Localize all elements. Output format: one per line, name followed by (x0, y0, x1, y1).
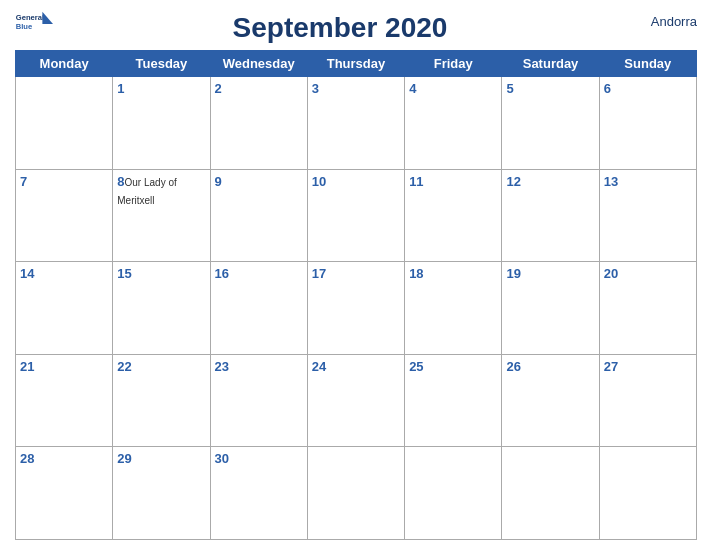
day-number-24: 24 (312, 359, 326, 374)
calendar-cell-w4d3: 23 (210, 354, 307, 447)
country-label: Andorra (627, 10, 697, 29)
calendar-cell-w3d5: 18 (405, 262, 502, 355)
week-row-5: 282930 (16, 447, 697, 540)
calendar-title: September 2020 (53, 12, 627, 44)
days-header-row: Monday Tuesday Wednesday Thursday Friday… (16, 51, 697, 77)
calendar-cell-w3d2: 15 (113, 262, 210, 355)
calendar-cell-w4d1: 21 (16, 354, 113, 447)
calendar-cell-w1d7: 6 (599, 77, 696, 170)
calendar-body: 12345678Our Lady of Meritxell91011121314… (16, 77, 697, 540)
calendar-cell-w3d4: 17 (307, 262, 404, 355)
day-number-21: 21 (20, 359, 34, 374)
calendar-cell-w3d7: 20 (599, 262, 696, 355)
calendar-cell-w4d5: 25 (405, 354, 502, 447)
calendar-cell-w2d7: 13 (599, 169, 696, 262)
event-text-8: Our Lady of Meritxell (117, 177, 177, 206)
calendar-cell-w5d6 (502, 447, 599, 540)
day-number-8: 8 (117, 174, 124, 189)
calendar-cell-w2d2: 8Our Lady of Meritxell (113, 169, 210, 262)
day-number-1: 1 (117, 81, 124, 96)
calendar-cell-w5d3: 30 (210, 447, 307, 540)
logo: General Blue (15, 10, 53, 38)
calendar-cell-w5d2: 29 (113, 447, 210, 540)
calendar-cell-w5d7 (599, 447, 696, 540)
day-number-20: 20 (604, 266, 618, 281)
day-header-friday: Friday (405, 51, 502, 77)
calendar-cell-w5d4 (307, 447, 404, 540)
day-number-10: 10 (312, 174, 326, 189)
week-row-2: 78Our Lady of Meritxell910111213 (16, 169, 697, 262)
day-number-4: 4 (409, 81, 416, 96)
day-number-13: 13 (604, 174, 618, 189)
calendar-cell-w2d1: 7 (16, 169, 113, 262)
calendar-cell-w5d1: 28 (16, 447, 113, 540)
day-number-5: 5 (506, 81, 513, 96)
day-number-26: 26 (506, 359, 520, 374)
day-number-17: 17 (312, 266, 326, 281)
day-number-19: 19 (506, 266, 520, 281)
day-number-11: 11 (409, 174, 423, 189)
week-row-4: 21222324252627 (16, 354, 697, 447)
day-number-30: 30 (215, 451, 229, 466)
calendar-table: Monday Tuesday Wednesday Thursday Friday… (15, 50, 697, 540)
day-header-monday: Monday (16, 51, 113, 77)
day-number-16: 16 (215, 266, 229, 281)
day-number-14: 14 (20, 266, 34, 281)
calendar-cell-w4d7: 27 (599, 354, 696, 447)
day-number-22: 22 (117, 359, 131, 374)
calendar-cell-w3d3: 16 (210, 262, 307, 355)
day-number-12: 12 (506, 174, 520, 189)
calendar-cell-w2d3: 9 (210, 169, 307, 262)
day-number-28: 28 (20, 451, 34, 466)
calendar-cell-w4d2: 22 (113, 354, 210, 447)
day-number-6: 6 (604, 81, 611, 96)
day-number-27: 27 (604, 359, 618, 374)
general-blue-logo-icon: General Blue (15, 10, 53, 38)
calendar-cell-w4d4: 24 (307, 354, 404, 447)
calendar-cell-w1d5: 4 (405, 77, 502, 170)
week-row-1: 123456 (16, 77, 697, 170)
calendar-cell-w2d4: 10 (307, 169, 404, 262)
calendar-cell-w1d1 (16, 77, 113, 170)
day-number-2: 2 (215, 81, 222, 96)
calendar-cell-w3d6: 19 (502, 262, 599, 355)
calendar-cell-w1d3: 2 (210, 77, 307, 170)
calendar-cell-w1d2: 1 (113, 77, 210, 170)
day-number-25: 25 (409, 359, 423, 374)
day-number-3: 3 (312, 81, 319, 96)
day-header-wednesday: Wednesday (210, 51, 307, 77)
day-number-9: 9 (215, 174, 222, 189)
day-number-29: 29 (117, 451, 131, 466)
calendar-cell-w1d6: 5 (502, 77, 599, 170)
day-header-sunday: Sunday (599, 51, 696, 77)
calendar-cell-w5d5 (405, 447, 502, 540)
header: General Blue September 2020 Andorra (15, 10, 697, 44)
calendar-cell-w2d6: 12 (502, 169, 599, 262)
day-header-thursday: Thursday (307, 51, 404, 77)
calendar-cell-w2d5: 11 (405, 169, 502, 262)
calendar-cell-w4d6: 26 (502, 354, 599, 447)
day-number-18: 18 (409, 266, 423, 281)
day-number-15: 15 (117, 266, 131, 281)
calendar-cell-w3d1: 14 (16, 262, 113, 355)
week-row-3: 14151617181920 (16, 262, 697, 355)
calendar-cell-w1d4: 3 (307, 77, 404, 170)
day-number-7: 7 (20, 174, 27, 189)
svg-text:Blue: Blue (16, 22, 32, 31)
day-header-saturday: Saturday (502, 51, 599, 77)
page: General Blue September 2020 Andorra Mond… (0, 0, 712, 550)
day-number-23: 23 (215, 359, 229, 374)
day-header-tuesday: Tuesday (113, 51, 210, 77)
